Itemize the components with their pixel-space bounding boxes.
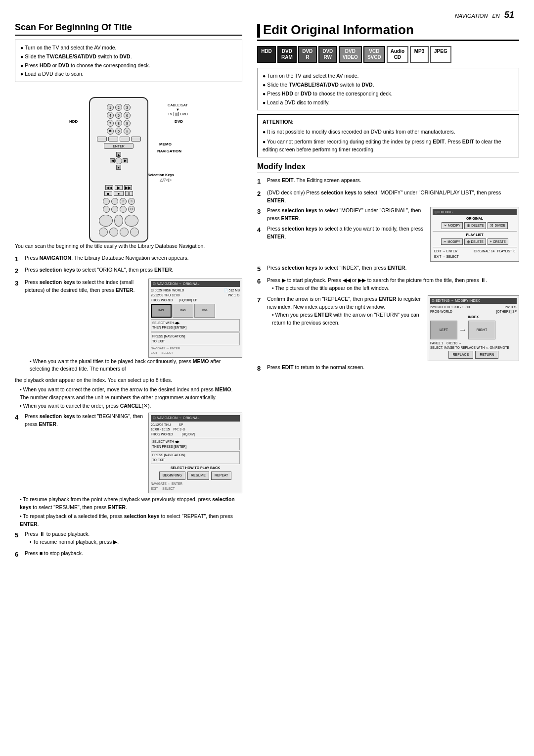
lang-label: EN [492, 13, 500, 19]
big-btn-7 [130, 228, 139, 236]
mi-step-8: 8 Press EDIT to return to the normal scr… [257, 364, 519, 374]
modify-btn: ✂ MODIFY [442, 222, 463, 229]
up-btn: ▲ [116, 152, 121, 157]
prev-btn: ◀◀ [105, 185, 113, 190]
btn-0: 0 [115, 128, 122, 135]
big-btn-2 [114, 215, 123, 227]
mi-step-num-4: 4 [257, 225, 264, 235]
btn-5: 5 [115, 112, 122, 119]
badge-audio-cd: AudioCD [387, 46, 408, 63]
mi-step-2: 2 (DVD deck only) Press selection keys t… [257, 189, 519, 205]
step-num-6: 6 [15, 550, 22, 560]
mi-step-num-2: 2 [257, 189, 264, 199]
left-section-title: Scan For Beginning Of Title [15, 22, 242, 36]
nav-screen-1: ⊡ NAVIGATION → ORIGINAL ⊡ 0025 IRISH WOR… [148, 279, 242, 358]
fn-btn-2 [108, 137, 118, 142]
left-btn: ◀ [110, 158, 115, 163]
thumb-2: IMG [173, 304, 193, 318]
badge-hdd: HDD [257, 46, 276, 63]
fn-btn-4 [131, 137, 141, 142]
modify-steps: 1 Press EDIT. The Editing screen appears… [257, 177, 519, 373]
attention-title: ATTENTION: [263, 118, 514, 126]
btn-4: 4 [107, 112, 114, 119]
misc-btn-5 [103, 206, 110, 213]
mi-step-1: 1 Press EDIT. The Editing screen appears… [257, 177, 519, 187]
mi-step-num-6: 6 [257, 277, 264, 286]
right-bullet-box: ● Turn on the TV and select the AV mode.… [257, 68, 519, 110]
right-section-title: Edit Original Information [257, 22, 519, 41]
thumb-selected: IMG [151, 304, 172, 318]
mi-step-num-1: 1 [257, 177, 264, 187]
mi-step-num-5: 5 [257, 264, 264, 274]
hdd-label: HDD [69, 119, 78, 124]
left-bullet-2: ● Slide the TV/CABLE/SAT/DVD switch to D… [20, 52, 237, 61]
step-num-1: 1 [15, 254, 22, 264]
mi-step-num-8: 8 [257, 364, 264, 374]
mi-steps-3-4-container: 3 Press selection keys to select "MODIFY… [257, 207, 519, 262]
enter-btn: ENTER [104, 143, 134, 149]
pl-delete-btn: 🗑 DELETE [464, 238, 486, 245]
replace-confirm-btn: REPLACE [448, 351, 474, 359]
pause-btn: ⏸ [125, 191, 133, 196]
right-bullet-1: ● Turn on the TV and select the AV mode. [263, 72, 514, 80]
misc-btn-4: ☆ [128, 198, 135, 205]
btn-3: 3 [124, 104, 131, 111]
fn-btn-1 [97, 137, 107, 142]
btn-7: 7 [107, 120, 114, 127]
cable-sat-label: CABLE/SAT▼TV ||| DVD [168, 103, 188, 116]
badge-dvd-video: DVDVIDEO [339, 46, 362, 63]
step-num-4: 4 [15, 413, 22, 423]
pb-resume: RESUME [187, 472, 209, 480]
badge-mp3: MP3 [410, 46, 429, 63]
mi-step-7-container: 7 Confirm the arrow is on "REPLACE", the… [257, 295, 519, 361]
badge-jpeg: JPEG [430, 46, 451, 63]
right-column: Edit Original Information HDD DVDRAM DVD… [257, 22, 519, 376]
right-bullet-4: ● Load a DVD disc to modify. [263, 98, 514, 107]
mi-step-6: 6 Press ▶ to start playback. Press ◀◀ or… [257, 277, 519, 293]
section-label: NAVIGATION [455, 13, 488, 19]
pb-repeat: REPEAT [211, 472, 232, 480]
divide-btn: ⌘ DIVIDE [488, 222, 508, 229]
page-number: 51 [504, 10, 514, 20]
badge-dvd-r: DVDR [298, 46, 317, 63]
btn-hash: # [124, 128, 131, 135]
btn-2: 2 [115, 104, 122, 111]
rec-btn: ● [114, 191, 124, 196]
nav-screen-2: ⊡ NAVIGATION → ORIGINAL 20/12/03 THU SP … [148, 413, 242, 493]
misc-btn-3: ☆ [120, 198, 127, 205]
step-num-5: 5 [15, 530, 22, 540]
left-description: You can scan the beginning of the title … [15, 242, 242, 250]
return-btn: RETURN [475, 351, 498, 359]
misc-btn-8: ⊙ [128, 206, 135, 213]
mi-step-5: 5 Press selection keys to select "INDEX"… [257, 264, 519, 274]
navigation-label: NAVIGATION [157, 149, 181, 153]
left-bullet-4: ● Load a DVD disc to scan. [20, 70, 237, 78]
right-bullet-2: ● Slide the TV/CABLE/SAT/DVD switch to D… [263, 81, 514, 89]
step-num-2: 2 [15, 266, 22, 276]
left-bullet-3: ● Press HDD or DVD to choose the corresp… [20, 61, 237, 70]
badge-dvd-rw: DVDRW [318, 46, 337, 63]
step-num-3: 3 [15, 279, 22, 288]
big-btn-5 [109, 228, 118, 236]
dvd-label: DVD [175, 119, 183, 124]
big-btn-4 [99, 228, 108, 236]
btn-8: 8 [115, 120, 122, 127]
delete-btn: 🗑 DELETE [464, 222, 486, 229]
left-bullet-box: ● Turn on the TV and select the AV mode.… [15, 40, 242, 82]
btn-star: ✱ [107, 128, 114, 135]
step-5: 5 Press ⏸ to pause playback. To resume n… [15, 530, 242, 547]
left-bullet-1: ● Turn on the TV and select the AV mode. [20, 44, 237, 52]
step-4-container: 4 Press selection keys to select "BEGINN… [15, 413, 242, 528]
left-steps: 1 Press NAVIGATION. The Library Database… [15, 254, 242, 560]
attention-box: ATTENTION: ● It is not possible to modif… [257, 114, 519, 157]
arrow-symbols: △▽◁▷ [93, 178, 172, 182]
stop-btn: ■ [104, 191, 112, 196]
misc-btn-1 [103, 198, 110, 205]
badge-dvd-ram: DVDRAM [277, 46, 297, 63]
big-btn-1 [99, 215, 113, 227]
title-bar [257, 24, 260, 38]
big-btn-3 [125, 215, 138, 227]
misc-btn-6 [111, 206, 118, 213]
misc-btn-7 [120, 206, 127, 213]
next-btn: ▶▶ [124, 185, 132, 190]
